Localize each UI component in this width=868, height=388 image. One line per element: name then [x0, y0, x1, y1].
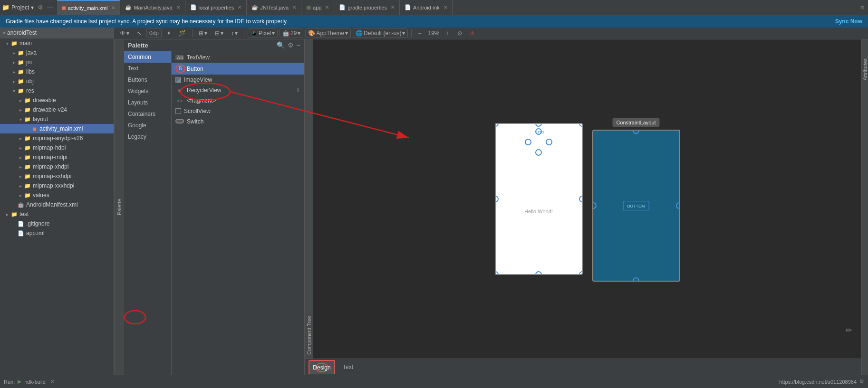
handle-left[interactable]: [495, 196, 499, 202]
handle-bottomright[interactable]: [579, 271, 583, 275]
sidebar-item-res[interactable]: ▾ 📁 res: [0, 86, 114, 95]
close-tab-android-mk[interactable]: ✕: [444, 5, 447, 10]
eye-button[interactable]: 👁 ▾: [117, 28, 132, 38]
sidebar-item-app-iml[interactable]: 📄 app.iml: [0, 228, 114, 238]
blueprint-handle-left[interactable]: [592, 202, 597, 209]
sidebar-item-jni[interactable]: ▸ 📁 jni: [0, 57, 114, 67]
tab-android-mk[interactable]: 📄 Android.mk ✕: [400, 0, 453, 15]
palette-cat-widgets[interactable]: Widgets: [124, 85, 171, 97]
palette-cat-common[interactable]: Common: [124, 51, 171, 63]
svg-text:JTTO: JTTO: [536, 131, 544, 134]
cursor-button[interactable]: ↖: [134, 28, 145, 38]
magic-wand-button[interactable]: 🪄: [176, 28, 189, 38]
zoom-in-button[interactable]: +: [444, 28, 453, 38]
tab-gradle-properties[interactable]: 📄 gradle.properties ✕: [334, 0, 400, 15]
handle-topleft[interactable]: [495, 123, 499, 127]
close-tab-jni-test[interactable]: ✕: [292, 5, 296, 10]
edit-icon[interactable]: ✏: [846, 326, 852, 335]
sidebar-item-layout[interactable]: ▾ 📁 layout: [0, 114, 114, 124]
sidebar-item-java[interactable]: ▸ 📁 java: [0, 48, 114, 57]
handle-right[interactable]: [579, 196, 583, 202]
attributes-vertical-tab[interactable]: Attributes: [862, 58, 868, 80]
sidebar-item-obj[interactable]: ▸ 📁 obj: [0, 76, 114, 86]
tab-overflow-icon[interactable]: ≡: [860, 4, 864, 11]
handle-bottomleft[interactable]: [495, 271, 499, 275]
run-play-icon[interactable]: ▶: [18, 379, 21, 385]
sidebar-item-androidmanifest[interactable]: 🤖 AndroidManifest.xml: [0, 200, 114, 209]
palette-settings-button[interactable]: ⚙: [288, 41, 294, 49]
cursor-icon: ↖: [137, 30, 142, 37]
xml-icon-activity-main: ◼: [30, 125, 38, 132]
grid-button[interactable]: ⊞ ▾: [196, 28, 210, 38]
tab-text[interactable]: Text: [337, 362, 359, 372]
transform-button[interactable]: ✦: [164, 28, 174, 38]
handle-bottom[interactable]: [535, 271, 542, 275]
palette-item-textview[interactable]: Ab TextView: [172, 52, 304, 63]
sidebar-item-libs[interactable]: ▸ 📁 libs: [0, 67, 114, 76]
close-tab-main-activity[interactable]: ✕: [176, 5, 180, 10]
sidebar-item-mipmap-hdpi[interactable]: ▸ 📁 mipmap-hdpi: [0, 143, 114, 152]
blueprint-preview-container: ConstraintLayout: [592, 130, 680, 282]
sidebar-item-activity-main-xml[interactable]: ◼ activity_main.xml: [0, 124, 114, 133]
sidebar-item-values[interactable]: ▸ 📁 values: [0, 190, 114, 200]
device-dropdown[interactable]: 📱 Pixel ▾: [248, 28, 278, 38]
tab-activity-main[interactable]: ◼ activity_main.xml ✕: [57, 0, 121, 15]
close-tab-app[interactable]: ✕: [325, 5, 329, 10]
blueprint-handle-right[interactable]: [676, 202, 680, 209]
sync-now-button[interactable]: Sync Now: [835, 18, 862, 25]
tab-local-properties[interactable]: 📄 local.properties ✕: [185, 0, 247, 15]
palette-item-imageview[interactable]: ImageView: [172, 75, 304, 85]
palette-search-button[interactable]: 🔍: [277, 41, 285, 49]
palette-item-scrollview[interactable]: ScrollView: [172, 106, 304, 116]
tab-design[interactable]: Design: [309, 360, 335, 374]
tab-app[interactable]: ▦ app ✕: [301, 0, 334, 15]
fit-screen-button[interactable]: ⊙: [454, 28, 465, 38]
palette-item-switch[interactable]: Switch: [172, 116, 304, 127]
api-dropdown[interactable]: 🤖 29 ▾: [280, 28, 303, 38]
run-close-icon[interactable]: ✕: [50, 379, 55, 385]
handle-top[interactable]: [535, 123, 542, 127]
palette-cat-google[interactable]: Google: [124, 120, 171, 131]
locale-dropdown[interactable]: 🌐 Default (en-us) ▾: [353, 28, 408, 38]
palette-cat-legacy[interactable]: Legacy: [124, 131, 171, 142]
close-tab-gradle-properties[interactable]: ✕: [391, 5, 395, 10]
tab-main-activity[interactable]: ☕ MainActivity.java ✕: [120, 0, 185, 15]
sidebar-item-drawable[interactable]: ▸ 📁 drawable: [0, 95, 114, 105]
blueprint-handle-bottom[interactable]: [633, 277, 639, 282]
palette-cat-layouts[interactable]: Layouts: [124, 97, 171, 108]
component-tree-tab[interactable]: Component Tree: [305, 39, 313, 359]
close-tab-local-properties[interactable]: ✕: [238, 5, 241, 10]
blueprint-handle-top[interactable]: [633, 130, 639, 134]
sidebar-item-test[interactable]: ▸ 📁 test: [0, 209, 114, 219]
align-button[interactable]: ⊟ ▾: [212, 28, 226, 38]
sidebar-item-mipmap-xhdpi[interactable]: ▸ 📁 mipmap-xhdpi: [0, 162, 114, 171]
palette-cat-containers[interactable]: Containers: [124, 108, 171, 120]
sidebar-item-gitignore[interactable]: 📄 .gitignore: [0, 219, 114, 228]
collapse-icon[interactable]: —: [47, 4, 53, 11]
run-settings-icon[interactable]: ⚙: [859, 379, 864, 385]
warn-button[interactable]: ⚠: [467, 28, 478, 38]
settings-icon[interactable]: ⚙: [38, 4, 43, 11]
folder-icon-jni: 📁: [17, 58, 25, 66]
palette-item-button[interactable]: B Button: [172, 63, 304, 75]
offset-dropdown[interactable]: 0dp: [146, 28, 162, 38]
handle-topright[interactable]: [579, 123, 583, 127]
margin-button[interactable]: ↕ ▾: [228, 28, 241, 38]
sidebar-item-mipmap-xxxhdpi[interactable]: ▸ 📁 mipmap-xxxhdpi: [0, 181, 114, 190]
palette-item-recyclerview[interactable]: ≡ RecyclerView ⬇: [172, 85, 304, 95]
project-dropdown[interactable]: Project ▾: [11, 4, 34, 11]
palette-item-fragment[interactable]: <> <fragment>: [172, 95, 304, 106]
palette-minimize-button[interactable]: −: [297, 41, 300, 49]
sidebar-item-main[interactable]: ▾ 📁 main: [0, 38, 114, 48]
tab-jni-test[interactable]: ☕ JNITest.java ✕: [247, 0, 301, 15]
sidebar-item-mipmap-mdpi[interactable]: ▸ 📁 mipmap-mdpi: [0, 152, 114, 162]
sidebar-item-mipmap-anydpi[interactable]: ▸ 📁 mipmap-anydpi-v26: [0, 133, 114, 143]
palette-cat-text[interactable]: Text: [124, 63, 171, 74]
sidebar-item-drawable-v24[interactable]: ▸ 📁 drawable-v24: [0, 105, 114, 114]
sidebar-item-mipmap-xxhdpi[interactable]: ▸ 📁 mipmap-xxhdpi: [0, 171, 114, 181]
theme-dropdown[interactable]: 🎨 AppTheme ▾: [305, 28, 351, 38]
zoom-out-button[interactable]: −: [415, 28, 424, 38]
palette-vertical-tab[interactable]: Palette: [114, 39, 124, 375]
palette-cat-buttons[interactable]: Buttons: [124, 74, 171, 85]
close-tab-activity-main[interactable]: ✕: [111, 5, 115, 10]
